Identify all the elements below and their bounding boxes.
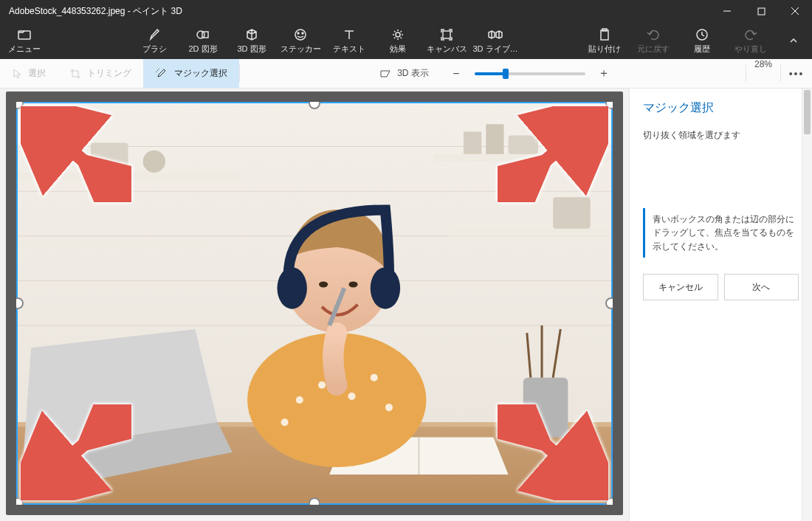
side-panel: マジック選択 切り抜く領域を選びます 青いボックスの角または辺の部分にドラッグし… <box>629 89 812 521</box>
svg-line-58 <box>516 419 592 486</box>
stickers-button[interactable]: ステッカー <box>276 22 325 59</box>
text-icon <box>343 27 355 42</box>
lib3d-label: 3D ライブ… <box>472 44 517 55</box>
history-icon <box>695 27 709 42</box>
window-title: AdobeStock_448353262.jpeg - ペイント 3D <box>9 5 710 18</box>
sticker-icon <box>294 27 307 42</box>
next-button[interactable]: 次へ <box>724 274 799 300</box>
effects-button[interactable]: 効果 <box>374 22 422 59</box>
svg-line-55 <box>37 121 113 186</box>
text-label: テキスト <box>333 44 365 55</box>
handle-bottom[interactable] <box>309 497 320 505</box>
maximize-button[interactable] <box>744 0 778 22</box>
view3d-button[interactable]: 3D 表示 <box>372 67 436 80</box>
undo-icon <box>647 27 660 42</box>
canvas-frame <box>6 92 623 515</box>
svg-line-57 <box>37 419 113 486</box>
canvas-icon <box>441 27 453 42</box>
text-button[interactable]: テキスト <box>325 22 374 59</box>
more-menu-button[interactable]: ••• <box>781 59 812 88</box>
redo-icon <box>744 27 757 42</box>
cancel-button[interactable]: キャンセル <box>643 274 718 300</box>
zoom-out-button[interactable]: − <box>447 64 466 83</box>
magic-select-tool-button[interactable]: マジック選択 <box>143 59 239 88</box>
redo-label: やり直し <box>734 44 767 55</box>
panel-title: マジック選択 <box>643 100 799 116</box>
select-label: 選択 <box>28 67 46 80</box>
stickers-label: ステッカー <box>281 44 321 55</box>
menu-button[interactable]: メニュー <box>0 22 49 59</box>
svg-point-10 <box>396 32 400 37</box>
effects-icon <box>391 27 405 42</box>
redo-button: やり直し <box>726 22 775 59</box>
lib3d-button[interactable]: 3D ライブ… <box>471 22 520 59</box>
collapse-ribbon-button[interactable] <box>775 22 812 59</box>
context-toolbar: 選択 トリミング マジック選択 3D 表示 − ＋ 28% ••• <box>0 59 812 89</box>
zoom-percent[interactable]: 28% <box>746 59 780 88</box>
cube-icon <box>245 27 258 42</box>
brush-icon <box>148 27 160 42</box>
magic-label: マジック選択 <box>174 67 227 80</box>
annotation-arrow-icon <box>21 404 131 500</box>
select-tool-button: 選択 <box>0 59 58 88</box>
panel-hint: 青いボックスの角または辺の部分にドラッグして、焦点を当てるものを示してください。 <box>643 208 799 258</box>
view3d-label: 3D 表示 <box>397 67 429 80</box>
annotation-arrow-icon <box>498 106 608 202</box>
svg-line-56 <box>516 121 592 186</box>
library-icon <box>488 27 503 42</box>
zoom-control: − ＋ <box>447 64 613 83</box>
svg-rect-12 <box>601 30 608 40</box>
handle-left[interactable] <box>16 297 24 309</box>
svg-rect-1 <box>758 8 765 15</box>
shapes2d-label: 2D 図形 <box>188 44 217 55</box>
shapes3d-label: 3D 図形 <box>237 44 266 55</box>
canvas-area[interactable] <box>0 89 629 521</box>
svg-point-9 <box>302 32 303 34</box>
history-label: 履歴 <box>694 44 710 55</box>
paste-button[interactable]: 貼り付け <box>580 22 629 59</box>
brush-button[interactable]: ブラシ <box>130 22 179 59</box>
zoom-slider[interactable] <box>475 72 585 75</box>
photo-content[interactable] <box>16 102 613 505</box>
undo-label: 元に戻す <box>637 44 670 55</box>
menu-label: メニュー <box>8 44 41 55</box>
shapes2d-icon <box>196 27 210 42</box>
ribbon-toolbar: メニュー ブラシ 2D 図形 3D 図形 ステッカー テキスト 効果 キャンバス… <box>0 22 812 59</box>
shapes3d-button[interactable]: 3D 図形 <box>227 22 276 59</box>
canvas-label: キャンバス <box>427 44 467 55</box>
svg-rect-11 <box>443 31 450 38</box>
zoom-slider-thumb[interactable] <box>503 69 509 79</box>
paste-label: 貼り付け <box>588 44 621 55</box>
close-button[interactable] <box>778 0 812 22</box>
effects-label: 効果 <box>390 44 406 55</box>
panel-subtitle: 切り抜く領域を選びます <box>643 129 799 142</box>
history-button[interactable]: 履歴 <box>678 22 726 59</box>
svg-point-7 <box>295 30 306 40</box>
annotation-arrow-icon <box>498 404 608 500</box>
svg-point-8 <box>297 32 299 34</box>
handle-top[interactable] <box>309 102 320 109</box>
clipboard-icon <box>599 27 610 42</box>
panel-scrollbar[interactable] <box>802 89 812 521</box>
handle-right[interactable] <box>605 297 613 309</box>
scrollbar-thumb[interactable] <box>804 90 811 134</box>
canvas-button[interactable]: キャンバス <box>422 22 471 59</box>
folder-icon <box>18 27 31 42</box>
annotation-arrow-icon <box>21 106 131 202</box>
shapes2d-button[interactable]: 2D 図形 <box>179 22 227 59</box>
brush-label: ブラシ <box>142 44 167 55</box>
window-titlebar: AdobeStock_448353262.jpeg - ペイント 3D <box>0 0 812 22</box>
undo-button: 元に戻す <box>629 22 678 59</box>
minimize-button[interactable] <box>710 0 744 22</box>
zoom-in-button[interactable]: ＋ <box>594 64 613 83</box>
trimming-label: トリミング <box>87 67 131 80</box>
trimming-tool-button: トリミング <box>58 59 143 88</box>
